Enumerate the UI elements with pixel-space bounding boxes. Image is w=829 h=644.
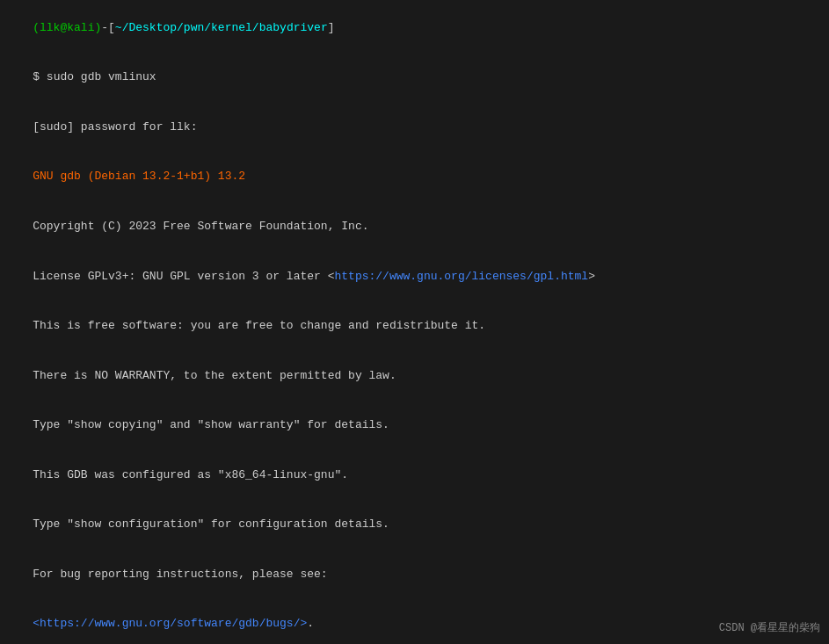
prompt-bracket: ] — [328, 21, 335, 34]
sudo-cmd: sudo — [47, 70, 74, 83]
prompt-user: (llk@kali) — [33, 21, 101, 34]
configured-line: This GDB was configured as "x86_64-linux… — [5, 451, 824, 501]
prompt-line: (llk@kali)-[~/Desktop/pwn/kernel/babydri… — [5, 4, 824, 54]
sudo-line: [sudo] password for llk: — [5, 103, 824, 153]
prompt-dir: ~/Desktop/pwn/kernel/babydriver — [115, 21, 328, 34]
watermark: CSDN @看星星的柴狗 — [719, 620, 820, 635]
free-sw-line: This is free software: you are free to c… — [5, 301, 824, 351]
warranty-line: There is NO WARRANTY, to the extent perm… — [5, 351, 824, 402]
show-config-line: Type "show configuration" for configurat… — [5, 500, 824, 550]
bugs-link[interactable]: <https://www.gnu.org/software/gdb/bugs/> — [33, 617, 307, 630]
license-line: License GPLv3+: GNU GPL version 3 or lat… — [5, 252, 824, 302]
copyright-text: Copyright (C) 2023 Free Software Foundat… — [33, 220, 368, 233]
gpl-link[interactable]: https://www.gnu.org/licenses/gpl.html — [334, 270, 588, 283]
copying-text: Type "show copying" and "show warranty" … — [33, 418, 389, 431]
terminal: (llk@kali)-[~/Desktop/pwn/kernel/babydri… — [0, 0, 829, 644]
bugs-link-line: <https://www.gnu.org/software/gdb/bugs/>… — [5, 599, 824, 644]
bugreport-text: For bug reporting instructions, please s… — [33, 568, 327, 581]
bugreport-line: For bug reporting instructions, please s… — [5, 550, 824, 600]
copying-line: Type "show copying" and "show warranty" … — [5, 401, 824, 451]
dollar: $ — [33, 70, 47, 83]
bugs-dot: . — [307, 617, 314, 630]
warranty-text: There is NO WARRANTY, to the extent perm… — [33, 369, 396, 382]
license-close: > — [588, 270, 595, 283]
prompt-dash: -[ — [101, 21, 115, 34]
license-text: License GPLv3+: GNU GPL version 3 or lat… — [33, 270, 334, 283]
gdb-cmd: gdb — [74, 70, 108, 83]
show-config-text: Type "show configuration" for configurat… — [33, 517, 389, 531]
gdb-version-text: GNU gdb (Debian 13.2-1+b1) 13.2 — [33, 170, 245, 183]
vmlinux-arg: vmlinux — [108, 70, 156, 83]
copyright-line: Copyright (C) 2023 Free Software Foundat… — [5, 202, 824, 252]
command-line: $ sudo gdb vmlinux — [5, 54, 824, 104]
configured-text: This GDB was configured as "x86_64-linux… — [33, 468, 348, 481]
gdb-version-line: GNU gdb (Debian 13.2-1+b1) 13.2 — [5, 153, 824, 203]
free-sw-text: This is free software: you are free to c… — [33, 319, 485, 332]
sudo-text: [sudo] password for llk: — [33, 120, 197, 134]
